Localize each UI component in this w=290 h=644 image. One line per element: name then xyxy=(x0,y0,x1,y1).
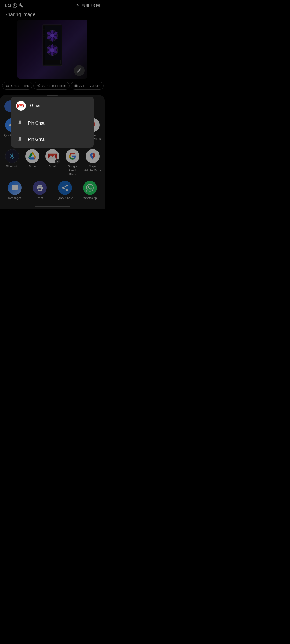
app-item-whatsapp-2[interactable]: WhatsApp xyxy=(81,181,99,200)
quickshare-svg-2 xyxy=(61,184,69,192)
context-gmail-icon xyxy=(16,101,26,111)
pin-svg-1 xyxy=(17,120,23,126)
gmail-label: Gmail xyxy=(49,165,56,168)
battery-icon xyxy=(86,4,92,7)
app-item-messages[interactable]: Messages xyxy=(6,181,23,200)
whatsapp-svg-2 xyxy=(86,184,94,192)
add-icon xyxy=(74,84,78,88)
messages-svg xyxy=(11,184,19,192)
add-to-album-label: Add to Album xyxy=(79,84,100,88)
pc-image xyxy=(34,22,71,71)
google-svg xyxy=(69,152,76,160)
app-item-gmail[interactable]: Gmail xyxy=(44,149,61,175)
messages-icon xyxy=(8,181,22,195)
app-item-quick-share-2[interactable]: Quick Share xyxy=(56,181,74,200)
gmail-icon-wrapper xyxy=(45,149,59,163)
google-icon xyxy=(66,149,79,163)
whatsapp-icon-2 xyxy=(83,181,97,195)
quick-share-icon-2 xyxy=(58,181,72,195)
drag-handle xyxy=(47,95,58,96)
google-label: GoogleSearch ima… xyxy=(64,165,81,175)
app-item-bluetooth[interactable]: Bluetooth xyxy=(3,149,21,175)
svg-point-22 xyxy=(47,30,58,41)
whatsapp-status-icon xyxy=(13,3,17,8)
print-label-2: Print xyxy=(37,196,43,200)
gmail-arrow-badge xyxy=(55,159,60,164)
app-grid-row-3: Messages Print Quick Share WhatsApp xyxy=(0,178,105,203)
app-grid-row-2: Bluetooth Drive xyxy=(0,147,105,178)
app-item-maps-2[interactable]: MapsAdd to Maps xyxy=(84,149,101,175)
bluetooth-svg xyxy=(9,153,16,160)
context-pin-gmail-label: Pin Gmail xyxy=(28,137,46,142)
share-icon xyxy=(37,84,41,88)
bottom-indicator-area xyxy=(0,203,105,209)
context-gmail-label: Gmail xyxy=(30,103,41,108)
link-icon xyxy=(6,84,9,88)
sharing-header: Sharing image xyxy=(0,10,105,20)
time-text: 8:02 xyxy=(4,3,11,8)
context-pin-chat-item[interactable]: Pin Chat xyxy=(11,115,94,131)
svg-rect-1 xyxy=(87,4,89,7)
print-icon-2 xyxy=(33,181,47,195)
drive-svg-2 xyxy=(28,152,36,160)
status-icons: 51% xyxy=(76,3,100,8)
context-pin-icon-1 xyxy=(16,119,24,127)
svg-rect-24 xyxy=(44,60,60,64)
wifi-icon xyxy=(76,3,80,8)
quick-share-label-2: Quick Share xyxy=(57,196,73,200)
context-menu: Gmail Pin Chat Pin Gmail xyxy=(11,97,94,148)
context-pin-gmail-item[interactable]: Pin Gmail xyxy=(11,131,94,148)
edit-icon xyxy=(77,68,82,73)
maps-svg-2 xyxy=(89,152,97,160)
maps-label-2: MapsAdd to Maps xyxy=(84,165,101,172)
bluetooth-label: Bluetooth xyxy=(6,165,18,168)
context-pin-chat-label: Pin Chat xyxy=(28,121,44,126)
svg-rect-25 xyxy=(43,26,45,65)
maps-icon-2 xyxy=(86,149,100,163)
messages-label: Messages xyxy=(8,196,21,200)
arrow-icon xyxy=(56,160,59,163)
home-indicator xyxy=(35,206,70,207)
battery-text: 51% xyxy=(93,3,100,8)
drive-icon-2 xyxy=(25,149,39,163)
app-item-google[interactable]: GoogleSearch ima… xyxy=(64,149,81,175)
app-item-drive-2[interactable]: Drive xyxy=(24,149,41,175)
image-preview-area xyxy=(0,20,105,79)
context-gmail-svg xyxy=(17,103,24,108)
print-svg-2 xyxy=(36,184,44,192)
action-bar: Create Link Send in Photos Add to Album xyxy=(0,79,105,93)
edit-button[interactable] xyxy=(74,65,85,76)
gmail-svg xyxy=(48,153,57,159)
drive-label-2: Drive xyxy=(29,165,36,168)
svg-point-23 xyxy=(47,45,58,56)
pin-svg-2 xyxy=(17,137,23,142)
context-gmail-item[interactable]: Gmail xyxy=(11,97,94,115)
whatsapp-label-2: WhatsApp xyxy=(83,196,97,200)
image-preview xyxy=(17,20,87,79)
status-time: 8:02 xyxy=(4,3,23,8)
send-in-photos-btn[interactable]: Send in Photos xyxy=(33,82,69,90)
status-bar: 8:02 51% xyxy=(0,0,105,10)
bluetooth-icon xyxy=(5,149,19,163)
add-to-album-btn[interactable]: Add to Album xyxy=(71,82,104,90)
wrench-status-icon xyxy=(19,3,23,8)
create-link-btn[interactable]: Create Link xyxy=(2,82,32,90)
app-item-print-2[interactable]: Print xyxy=(31,181,48,200)
send-in-photos-label: Send in Photos xyxy=(42,84,66,88)
create-link-label: Create Link xyxy=(11,84,29,88)
context-pin-icon-2 xyxy=(16,136,24,143)
signal-icon xyxy=(81,3,85,8)
